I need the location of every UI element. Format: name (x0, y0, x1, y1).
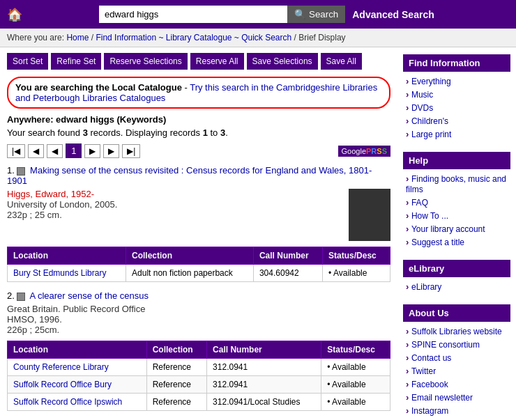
sidebar: Find Information Everything Music DVDs C… (397, 47, 516, 420)
breadcrumb: Where you are: Home / Find Information ~… (0, 29, 516, 47)
sidebar-music[interactable]: Music (411, 90, 433, 100)
home-icon[interactable]: 🏠 (7, 7, 22, 22)
sidebar-instagram[interactable]: Instagram (411, 406, 448, 416)
status-cell: Available (323, 265, 390, 282)
breadcrumb-label: Where you are: (7, 33, 66, 42)
sidebar-suggest-title[interactable]: Suggest a title (411, 238, 464, 247)
prev-page-button[interactable]: ◀ (28, 144, 44, 158)
sort-set-button[interactable]: Sort Set (7, 53, 48, 70)
save-selections-button[interactable]: Save Selections (247, 53, 318, 70)
reserve-all-button[interactable]: Reserve All (190, 53, 244, 70)
sidebar-facebook[interactable]: Facebook (411, 380, 448, 389)
location-cell: County Reference Library (8, 359, 147, 376)
last-page-button[interactable]: ▶| (122, 144, 140, 158)
sidebar-spine[interactable]: SPINE consortium (411, 340, 480, 350)
find-info-heading: Find Information (403, 54, 510, 72)
collection-cell: Reference (146, 359, 206, 376)
breadcrumb-catalogue[interactable]: Find Information ~ Library Catalogue ~ Q… (96, 33, 291, 42)
elibrary-heading: eLibrary (403, 260, 510, 277)
result-1-title[interactable]: Making sense of the census revisited : C… (7, 165, 372, 186)
col-callnum-1: Call Number (253, 247, 322, 265)
reserve-selections-button[interactable]: Reserve Selections (104, 53, 187, 70)
suffolk-bury-link[interactable]: Suffolk Record Office Bury (13, 380, 112, 389)
sidebar-faq[interactable]: FAQ (411, 198, 428, 208)
about-us-links: Suffolk Libraries website SPINE consorti… (403, 325, 510, 420)
sidebar-suffolk-libs[interactable]: Suffolk Libraries website (411, 327, 502, 336)
help-links: Finding books, music and films FAQ How T… (403, 172, 510, 253)
result-2-publisher: HMSO, 1996. (7, 314, 390, 325)
result-2-table: Location Collection Call Number Status/D… (7, 341, 390, 411)
main-layout: Sort Set Refine Set Reserve Selections R… (0, 47, 516, 420)
search-description: Anywhere: edward higgs (Keywords) (7, 114, 390, 125)
sidebar-dvds[interactable]: DVDs (411, 103, 433, 113)
book-cover-1 (349, 189, 390, 241)
result-1-pages: 232p ; 25 cm. (7, 210, 342, 220)
result-1-table: Location Collection Call Number Status/D… (7, 247, 390, 282)
save-all-button[interactable]: Save All (321, 53, 362, 70)
result-item-1: 1. Making sense of the census revisited … (7, 165, 390, 282)
advanced-search-link[interactable]: Advanced Search (352, 9, 434, 20)
refine-set-button[interactable]: Refine Set (51, 53, 101, 70)
callnum-cell: 304.60942 (253, 265, 322, 282)
alert-prefix: You are searching the Local Catalogue (15, 82, 182, 93)
sidebar-elibrary[interactable]: eLibrary (411, 282, 441, 292)
sidebar-finding-books[interactable]: Finding books, music and films (406, 174, 506, 194)
collection-cell: Adult non fiction paperback (126, 265, 254, 282)
col-location-2: Location (8, 341, 147, 359)
location-cell: Suffolk Record Office Bury (8, 376, 147, 394)
current-page: 1 (66, 143, 82, 158)
find-info-links: Everything Music DVDs Children's Large p… (403, 75, 510, 145)
pagination: |◀ ◀ ◀ 1 ▶ ▶ ▶| Google PRSS (7, 143, 390, 158)
status-cell: Available (321, 359, 390, 376)
result-item-2: 2. A clearer sense of the census Great B… (7, 290, 390, 411)
book-icon-1 (17, 167, 25, 176)
search-button[interactable]: 🔍 Search (287, 6, 345, 23)
table-row: Suffolk Record Office Ipswich Reference … (8, 394, 390, 411)
collection-cell: Reference (146, 376, 206, 394)
col-location-1: Location (8, 247, 126, 265)
result-2-pages: 226p ; 25cm. (7, 325, 390, 335)
result-2-num: 2. (7, 290, 15, 301)
col-status-1: Status/Desc (323, 247, 390, 265)
search-icon: 🔍 (294, 9, 306, 20)
result-1-author: Higgs, Edward, 1952- (7, 189, 342, 199)
county-ref-link[interactable]: County Reference Library (13, 362, 109, 372)
header: 🏠 🔍 Search Advanced Search (0, 0, 516, 29)
location-cell: Suffolk Record Office Ipswich (8, 394, 147, 411)
about-us-heading: About Us (403, 304, 510, 322)
sidebar-email-newsletter[interactable]: Email newsletter (411, 393, 473, 403)
next-small-button[interactable]: ▶ (84, 144, 100, 158)
search-input[interactable] (99, 6, 287, 23)
sidebar-how-to[interactable]: How To ... (411, 211, 448, 221)
next-page-button[interactable]: ▶ (103, 144, 119, 158)
search-bar: 🔍 Search (99, 6, 345, 23)
google-bar: Google PRSS (338, 146, 390, 157)
first-page-button[interactable]: |◀ (7, 144, 25, 158)
elibrary-links: eLibrary (403, 280, 510, 297)
col-callnum-2: Call Number (207, 341, 321, 359)
sidebar-childrens[interactable]: Children's (411, 116, 448, 126)
collection-cell: Reference (146, 394, 206, 411)
callnum-cell: 312.0941 (207, 376, 321, 394)
prev-small-button[interactable]: ◀ (47, 144, 63, 158)
result-1-num: 1. (7, 165, 15, 176)
callnum-cell: 312.0941 (207, 359, 321, 376)
book-icon-2 (17, 293, 25, 301)
toolbar: Sort Set Refine Set Reserve Selections R… (7, 53, 390, 70)
sidebar-large-print[interactable]: Large print (411, 130, 451, 139)
sidebar-contact[interactable]: Contact us (411, 353, 451, 363)
suffolk-ipswich-link[interactable]: Suffolk Record Office Ipswich (13, 397, 122, 407)
sidebar-everything[interactable]: Everything (411, 77, 451, 86)
sidebar-library-account[interactable]: Your library account (411, 224, 485, 234)
sidebar-twitter[interactable]: Twitter (411, 366, 436, 376)
help-heading: Help (403, 152, 510, 169)
breadcrumb-home[interactable]: Home (66, 33, 89, 42)
status-cell: Available (321, 394, 390, 411)
result-2-org: Great Britain. Public Record Office (7, 304, 390, 314)
location-link[interactable]: Bury St Edmunds Library (13, 268, 106, 278)
table-row: Suffolk Record Office Bury Reference 312… (8, 376, 390, 394)
col-collection-1: Collection (126, 247, 254, 265)
status-cell: Available (321, 376, 390, 394)
col-status-2: Status/Desc (321, 341, 390, 359)
result-2-title[interactable]: A clearer sense of the census (29, 290, 149, 301)
